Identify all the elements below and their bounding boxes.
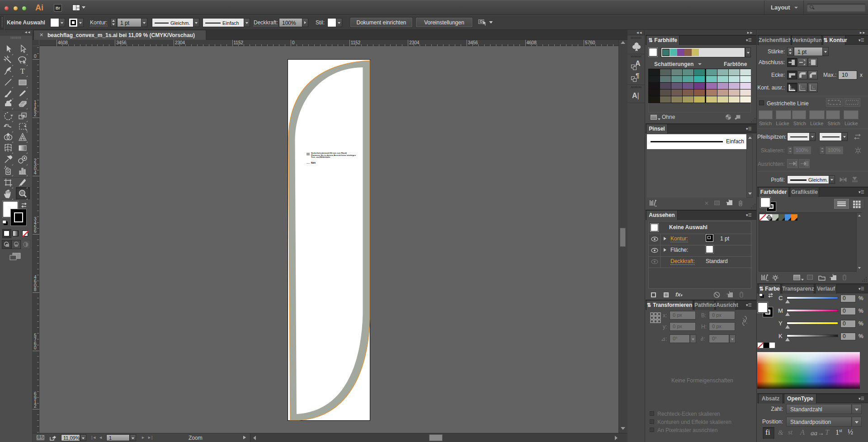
svg-text:T: T xyxy=(20,67,25,75)
